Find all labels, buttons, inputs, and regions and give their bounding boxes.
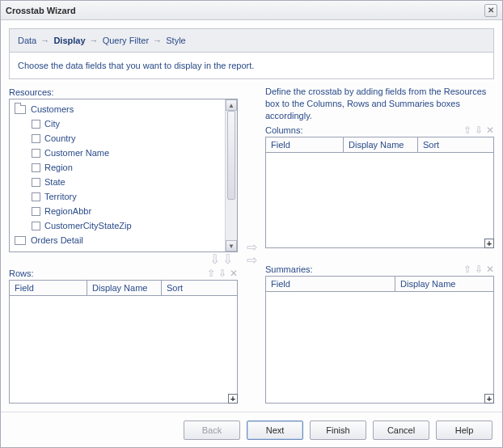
arrow-down-icon[interactable]: ⇩ (222, 253, 233, 266)
tree-folder-label: Customers (31, 104, 74, 114)
chevron-right-icon: → (40, 36, 49, 45)
define-text: Define the crosstab by adding fields fro… (265, 86, 494, 122)
crumb-display[interactable]: Display (53, 36, 85, 45)
remove-icon[interactable]: ✕ (230, 268, 238, 278)
remove-icon[interactable]: ✕ (486, 264, 494, 274)
scrollbar[interactable]: ▲ ▼ (225, 99, 237, 251)
col-field[interactable]: Field (266, 277, 395, 291)
add-icon[interactable]: + (484, 394, 494, 404)
back-button[interactable]: Back (184, 421, 240, 440)
summaries-label-row: Summaries: ⇧ ⇩ ✕ (265, 264, 494, 274)
arrow-right-icon[interactable]: ⇨ (247, 254, 257, 267)
tree-item-label: City (44, 119, 60, 129)
rows-grid[interactable]: Field Display Name Sort + (9, 280, 238, 404)
arrow-right-icon[interactable]: ⇨ (247, 241, 257, 254)
tree-item-label: RegionAbbr (44, 206, 91, 216)
tree-item[interactable]: CustomerCityStateZip (12, 218, 237, 233)
tree-item[interactable]: Country (12, 131, 237, 146)
move-up-icon[interactable]: ⇧ (207, 268, 215, 278)
tree-folder-customers[interactable]: Customers (12, 102, 237, 116)
summaries-section: Summaries: ⇧ ⇩ ✕ Field Display Name + (265, 263, 494, 404)
move-right-controls: ⇨ ⇨ (244, 86, 259, 404)
col-sort[interactable]: Sort (418, 137, 493, 152)
scroll-up-icon[interactable]: ▲ (226, 99, 237, 111)
right-column: Define the crosstab by adding fields fro… (265, 86, 494, 404)
summaries-grid[interactable]: Field Display Name + (265, 276, 494, 404)
col-field[interactable]: Field (10, 281, 87, 295)
window-title: Crosstab Wizard (6, 6, 76, 15)
move-down-icon[interactable]: ⇩ (475, 125, 483, 135)
col-display-name[interactable]: Display Name (395, 277, 493, 291)
next-button[interactable]: Next (247, 421, 303, 440)
add-icon[interactable]: + (228, 394, 238, 404)
col-display-name[interactable]: Display Name (87, 281, 162, 295)
add-icon[interactable]: + (484, 239, 494, 248)
crumb-data[interactable]: Data (18, 36, 36, 45)
tree-item-label: State (44, 177, 66, 187)
instruction-text: Choose the data fields that you want to … (9, 53, 494, 79)
folder-open-icon (15, 105, 26, 114)
columns-grid-header: Field Display Name Sort (266, 137, 493, 153)
move-up-icon[interactable]: ⇧ (463, 264, 471, 274)
summaries-label: Summaries: (265, 264, 313, 274)
breadcrumb: Data → Display → Query Filter → Style (9, 28, 494, 53)
crumb-query-filter[interactable]: Query Filter (103, 36, 149, 45)
resources-label: Resources: (9, 87, 238, 97)
resources-tree[interactable]: Customers City Country Customer Name Reg… (9, 99, 238, 252)
chevron-right-icon: → (90, 36, 99, 45)
left-column: Resources: Customers City Country Custom… (9, 86, 238, 404)
tree-folder-orders-detail[interactable]: Orders Detail (12, 233, 237, 247)
tree-item[interactable]: RegionAbbr (12, 204, 237, 218)
remove-icon[interactable]: ✕ (486, 125, 494, 135)
folder-icon (15, 236, 26, 245)
tree-item[interactable]: Territory (12, 189, 237, 204)
tree-item[interactable]: State (12, 175, 237, 189)
crosstab-wizard-window: Crosstab Wizard ✕ Data → Display → Query… (0, 0, 503, 448)
checkbox-icon[interactable] (32, 134, 40, 143)
help-button[interactable]: Help (436, 421, 492, 440)
tree-item-label: Territory (44, 192, 77, 201)
columns-label-row: Columns: ⇧ ⇩ ✕ (265, 125, 494, 135)
checkbox-icon[interactable] (32, 163, 40, 172)
scroll-thumb[interactable] (227, 111, 235, 200)
checkbox-icon[interactable] (32, 178, 40, 187)
scroll-down-icon[interactable]: ▼ (226, 240, 237, 251)
resources-label-text: Resources: (9, 87, 54, 97)
rows-label: Rows: (9, 268, 34, 278)
checkbox-icon[interactable] (32, 192, 40, 201)
move-up-icon[interactable]: ⇧ (463, 125, 471, 135)
tree-item-label: Country (44, 133, 76, 143)
work-area: Resources: Customers City Country Custom… (9, 86, 494, 404)
summaries-grid-header: Field Display Name (266, 277, 493, 292)
tree-item[interactable]: City (12, 116, 237, 131)
tree-item[interactable]: Region (12, 160, 237, 175)
finish-button[interactable]: Finish (310, 421, 366, 440)
rows-label-row: Rows: ⇧ ⇩ ✕ (9, 268, 238, 278)
rows-grid-header: Field Display Name Sort (10, 281, 237, 296)
checkbox-icon[interactable] (32, 120, 40, 129)
move-down-controls: ⇩ ⇩ (9, 252, 238, 267)
tree-item-label: Region (44, 163, 73, 172)
cancel-button[interactable]: Cancel (373, 421, 429, 440)
checkbox-icon[interactable] (32, 149, 40, 158)
content-area: Data → Display → Query Filter → Style Ch… (1, 20, 502, 412)
crumb-style[interactable]: Style (166, 36, 185, 45)
tree-item-label: CustomerCityStateZip (44, 221, 132, 230)
tree-item[interactable]: Customer Name (12, 146, 237, 160)
col-display-name[interactable]: Display Name (344, 137, 418, 152)
tree-item-label: Customer Name (44, 148, 109, 158)
columns-label: Columns: (265, 125, 302, 135)
checkbox-icon[interactable] (32, 207, 40, 216)
tree-folder-label: Orders Detail (31, 235, 83, 245)
move-down-icon[interactable]: ⇩ (475, 264, 483, 274)
close-icon[interactable]: ✕ (484, 4, 497, 17)
footer-buttons: Back Next Finish Cancel Help (1, 412, 502, 447)
move-down-icon[interactable]: ⇩ (218, 268, 226, 278)
arrow-down-icon[interactable]: ⇩ (209, 253, 220, 266)
chevron-right-icon: → (153, 36, 162, 45)
col-field[interactable]: Field (266, 137, 344, 152)
checkbox-icon[interactable] (32, 222, 40, 230)
col-sort[interactable]: Sort (162, 281, 237, 295)
titlebar: Crosstab Wizard ✕ (1, 1, 502, 20)
columns-grid[interactable]: Field Display Name Sort + (265, 137, 494, 248)
